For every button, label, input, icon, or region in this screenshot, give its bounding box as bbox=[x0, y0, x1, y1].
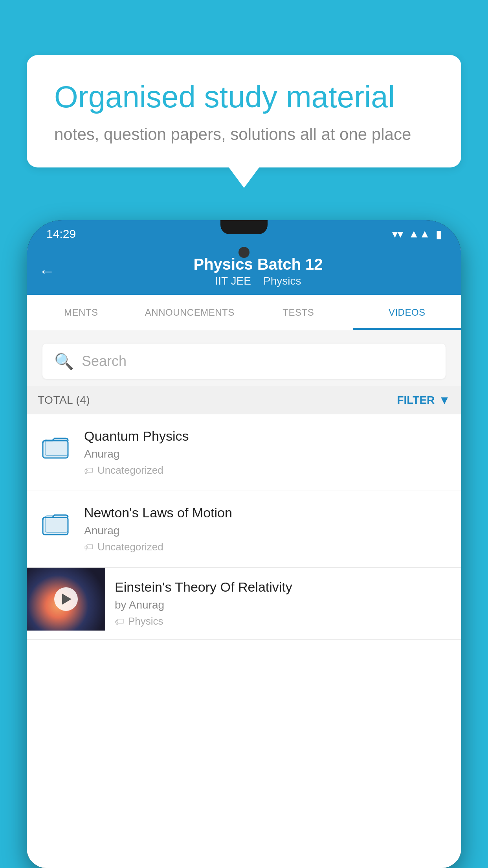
tabs-bar: MENTS ANNOUNCEMENTS TESTS VIDEOS bbox=[27, 295, 461, 330]
item-tag: 🏷 Physics bbox=[115, 615, 452, 627]
tab-ments[interactable]: MENTS bbox=[27, 295, 136, 330]
folder-icon-quantum bbox=[38, 428, 73, 464]
video-list: Quantum Physics Anurag 🏷 Uncategorized bbox=[27, 414, 461, 640]
item-author: Anurag bbox=[84, 524, 450, 537]
item-title: Newton's Laws of Motion bbox=[84, 505, 450, 520]
speech-bubble: Organised study material notes, question… bbox=[27, 55, 461, 167]
total-count: TOTAL (4) bbox=[38, 394, 90, 406]
tag-icon: 🏷 bbox=[115, 616, 124, 627]
item-info-newton: Newton's Laws of Motion Anurag 🏷 Uncateg… bbox=[84, 505, 450, 553]
filter-label: FILTER bbox=[397, 394, 435, 406]
battery-icon: ▮ bbox=[436, 228, 442, 241]
subtitle-physics: Physics bbox=[263, 275, 301, 287]
folder-icon-newton bbox=[38, 505, 73, 541]
phone-frame: 14:29 ▾▾ ▲▲ ▮ ← Physics Batch 12 IIT JEE… bbox=[27, 220, 461, 868]
back-button[interactable]: ← bbox=[39, 262, 55, 281]
tag-icon: 🏷 bbox=[84, 542, 94, 553]
filter-icon: ▼ bbox=[438, 394, 450, 407]
item-tag: 🏷 Uncategorized bbox=[84, 541, 450, 553]
media-info-einstein: Einstein's Theory Of Relativity by Anura… bbox=[105, 568, 461, 639]
search-placeholder: Search bbox=[82, 353, 127, 370]
item-author: Anurag bbox=[84, 448, 450, 460]
play-button[interactable] bbox=[54, 587, 78, 611]
status-icons: ▾▾ ▲▲ ▮ bbox=[392, 228, 442, 241]
item-tag: 🏷 Uncategorized bbox=[84, 464, 450, 476]
status-bar: 14:29 ▾▾ ▲▲ ▮ bbox=[27, 220, 461, 248]
filter-bar: TOTAL (4) FILTER ▼ bbox=[27, 386, 461, 414]
tag-label: Uncategorized bbox=[97, 541, 163, 553]
item-author: by Anurag bbox=[115, 599, 452, 611]
subtitle-iitjee: IIT JEE bbox=[215, 275, 251, 287]
item-info-quantum: Quantum Physics Anurag 🏷 Uncategorized bbox=[84, 428, 450, 476]
tab-announcements[interactable]: ANNOUNCEMENTS bbox=[136, 295, 244, 330]
phone-screen: ← Physics Batch 12 IIT JEE Physics MENTS… bbox=[27, 248, 461, 868]
speech-bubble-subtext: notes, question papers, solutions all at… bbox=[54, 125, 434, 144]
speech-bubble-container: Organised study material notes, question… bbox=[27, 55, 461, 167]
tab-tests[interactable]: TESTS bbox=[244, 295, 353, 330]
list-item-media[interactable]: Einstein's Theory Of Relativity by Anura… bbox=[27, 568, 461, 640]
search-bar[interactable]: 🔍 Search bbox=[42, 344, 446, 379]
toolbar-title-group: Physics Batch 12 IIT JEE Physics bbox=[67, 256, 449, 287]
list-item[interactable]: Quantum Physics Anurag 🏷 Uncategorized bbox=[27, 414, 461, 491]
speech-bubble-heading: Organised study material bbox=[54, 79, 434, 116]
search-icon: 🔍 bbox=[54, 352, 74, 371]
filter-button[interactable]: FILTER ▼ bbox=[397, 394, 450, 407]
toolbar-subtitle: IIT JEE Physics bbox=[67, 275, 449, 287]
toolbar-title: Physics Batch 12 bbox=[67, 256, 449, 273]
signal-icon: ▲▲ bbox=[409, 228, 430, 240]
item-title: Einstein's Theory Of Relativity bbox=[115, 579, 452, 595]
status-time: 14:29 bbox=[46, 227, 76, 241]
video-thumbnail bbox=[27, 568, 105, 631]
tab-videos[interactable]: VIDEOS bbox=[353, 295, 462, 330]
tag-icon: 🏷 bbox=[84, 465, 94, 476]
tag-label: Physics bbox=[128, 615, 163, 627]
list-item[interactable]: Newton's Laws of Motion Anurag 🏷 Uncateg… bbox=[27, 491, 461, 568]
item-title: Quantum Physics bbox=[84, 428, 450, 444]
tag-label: Uncategorized bbox=[97, 464, 163, 476]
wifi-icon: ▾▾ bbox=[392, 228, 403, 241]
play-icon bbox=[62, 594, 72, 605]
camera-notch bbox=[238, 247, 250, 258]
